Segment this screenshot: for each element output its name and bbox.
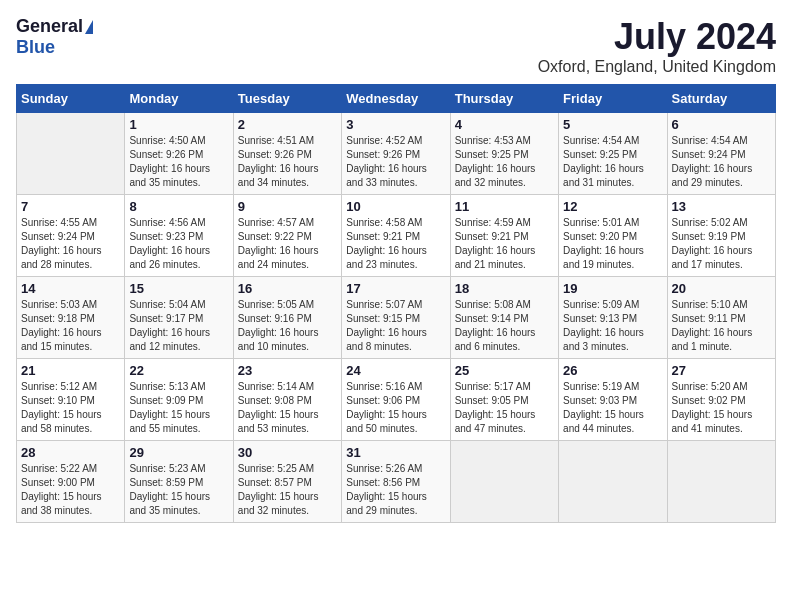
day-info: Sunrise: 4:57 AM Sunset: 9:22 PM Dayligh… bbox=[238, 216, 337, 272]
day-info: Sunrise: 5:14 AM Sunset: 9:08 PM Dayligh… bbox=[238, 380, 337, 436]
logo-blue-text: Blue bbox=[16, 37, 55, 58]
calendar-cell: 10Sunrise: 4:58 AM Sunset: 9:21 PM Dayli… bbox=[342, 195, 450, 277]
day-number: 29 bbox=[129, 445, 228, 460]
calendar-cell bbox=[559, 441, 667, 523]
column-header-tuesday: Tuesday bbox=[233, 85, 341, 113]
day-number: 4 bbox=[455, 117, 554, 132]
day-number: 31 bbox=[346, 445, 445, 460]
calendar-cell: 11Sunrise: 4:59 AM Sunset: 9:21 PM Dayli… bbox=[450, 195, 558, 277]
day-number: 22 bbox=[129, 363, 228, 378]
calendar-cell: 3Sunrise: 4:52 AM Sunset: 9:26 PM Daylig… bbox=[342, 113, 450, 195]
calendar-cell: 18Sunrise: 5:08 AM Sunset: 9:14 PM Dayli… bbox=[450, 277, 558, 359]
calendar-cell: 22Sunrise: 5:13 AM Sunset: 9:09 PM Dayli… bbox=[125, 359, 233, 441]
calendar-cell: 17Sunrise: 5:07 AM Sunset: 9:15 PM Dayli… bbox=[342, 277, 450, 359]
header: General Blue July 2024 Oxford, England, … bbox=[16, 16, 776, 76]
day-info: Sunrise: 4:59 AM Sunset: 9:21 PM Dayligh… bbox=[455, 216, 554, 272]
day-number: 12 bbox=[563, 199, 662, 214]
calendar-cell: 7Sunrise: 4:55 AM Sunset: 9:24 PM Daylig… bbox=[17, 195, 125, 277]
day-number: 3 bbox=[346, 117, 445, 132]
day-info: Sunrise: 4:50 AM Sunset: 9:26 PM Dayligh… bbox=[129, 134, 228, 190]
calendar-week-1: 1Sunrise: 4:50 AM Sunset: 9:26 PM Daylig… bbox=[17, 113, 776, 195]
day-number: 18 bbox=[455, 281, 554, 296]
day-info: Sunrise: 5:12 AM Sunset: 9:10 PM Dayligh… bbox=[21, 380, 120, 436]
column-header-thursday: Thursday bbox=[450, 85, 558, 113]
day-number: 30 bbox=[238, 445, 337, 460]
title-area: July 2024 Oxford, England, United Kingdo… bbox=[538, 16, 776, 76]
day-info: Sunrise: 5:26 AM Sunset: 8:56 PM Dayligh… bbox=[346, 462, 445, 518]
day-number: 2 bbox=[238, 117, 337, 132]
logo-general-text: General bbox=[16, 16, 83, 37]
day-number: 27 bbox=[672, 363, 771, 378]
month-year: July 2024 bbox=[538, 16, 776, 58]
day-info: Sunrise: 4:54 AM Sunset: 9:25 PM Dayligh… bbox=[563, 134, 662, 190]
calendar-cell: 6Sunrise: 4:54 AM Sunset: 9:24 PM Daylig… bbox=[667, 113, 775, 195]
day-number: 24 bbox=[346, 363, 445, 378]
column-header-wednesday: Wednesday bbox=[342, 85, 450, 113]
day-number: 13 bbox=[672, 199, 771, 214]
column-header-monday: Monday bbox=[125, 85, 233, 113]
day-number: 14 bbox=[21, 281, 120, 296]
calendar-table: SundayMondayTuesdayWednesdayThursdayFrid… bbox=[16, 84, 776, 523]
logo: General Blue bbox=[16, 16, 93, 58]
day-number: 7 bbox=[21, 199, 120, 214]
day-info: Sunrise: 5:19 AM Sunset: 9:03 PM Dayligh… bbox=[563, 380, 662, 436]
column-header-sunday: Sunday bbox=[17, 85, 125, 113]
day-info: Sunrise: 5:08 AM Sunset: 9:14 PM Dayligh… bbox=[455, 298, 554, 354]
day-info: Sunrise: 4:58 AM Sunset: 9:21 PM Dayligh… bbox=[346, 216, 445, 272]
calendar-week-2: 7Sunrise: 4:55 AM Sunset: 9:24 PM Daylig… bbox=[17, 195, 776, 277]
day-number: 5 bbox=[563, 117, 662, 132]
day-info: Sunrise: 5:07 AM Sunset: 9:15 PM Dayligh… bbox=[346, 298, 445, 354]
day-number: 11 bbox=[455, 199, 554, 214]
day-info: Sunrise: 5:01 AM Sunset: 9:20 PM Dayligh… bbox=[563, 216, 662, 272]
day-info: Sunrise: 5:20 AM Sunset: 9:02 PM Dayligh… bbox=[672, 380, 771, 436]
day-number: 19 bbox=[563, 281, 662, 296]
day-number: 15 bbox=[129, 281, 228, 296]
calendar-cell: 19Sunrise: 5:09 AM Sunset: 9:13 PM Dayli… bbox=[559, 277, 667, 359]
day-number: 17 bbox=[346, 281, 445, 296]
day-info: Sunrise: 4:54 AM Sunset: 9:24 PM Dayligh… bbox=[672, 134, 771, 190]
calendar-cell: 13Sunrise: 5:02 AM Sunset: 9:19 PM Dayli… bbox=[667, 195, 775, 277]
calendar-cell: 23Sunrise: 5:14 AM Sunset: 9:08 PM Dayli… bbox=[233, 359, 341, 441]
calendar-cell: 5Sunrise: 4:54 AM Sunset: 9:25 PM Daylig… bbox=[559, 113, 667, 195]
day-number: 26 bbox=[563, 363, 662, 378]
calendar-cell: 15Sunrise: 5:04 AM Sunset: 9:17 PM Dayli… bbox=[125, 277, 233, 359]
day-info: Sunrise: 4:52 AM Sunset: 9:26 PM Dayligh… bbox=[346, 134, 445, 190]
day-info: Sunrise: 5:16 AM Sunset: 9:06 PM Dayligh… bbox=[346, 380, 445, 436]
day-number: 28 bbox=[21, 445, 120, 460]
calendar-cell: 21Sunrise: 5:12 AM Sunset: 9:10 PM Dayli… bbox=[17, 359, 125, 441]
day-info: Sunrise: 5:05 AM Sunset: 9:16 PM Dayligh… bbox=[238, 298, 337, 354]
calendar-cell: 16Sunrise: 5:05 AM Sunset: 9:16 PM Dayli… bbox=[233, 277, 341, 359]
calendar-cell: 9Sunrise: 4:57 AM Sunset: 9:22 PM Daylig… bbox=[233, 195, 341, 277]
calendar-week-4: 21Sunrise: 5:12 AM Sunset: 9:10 PM Dayli… bbox=[17, 359, 776, 441]
location: Oxford, England, United Kingdom bbox=[538, 58, 776, 76]
calendar-cell: 2Sunrise: 4:51 AM Sunset: 9:26 PM Daylig… bbox=[233, 113, 341, 195]
day-number: 21 bbox=[21, 363, 120, 378]
column-header-saturday: Saturday bbox=[667, 85, 775, 113]
calendar-week-3: 14Sunrise: 5:03 AM Sunset: 9:18 PM Dayli… bbox=[17, 277, 776, 359]
calendar-cell bbox=[17, 113, 125, 195]
calendar-cell: 28Sunrise: 5:22 AM Sunset: 9:00 PM Dayli… bbox=[17, 441, 125, 523]
calendar-cell: 26Sunrise: 5:19 AM Sunset: 9:03 PM Dayli… bbox=[559, 359, 667, 441]
day-number: 16 bbox=[238, 281, 337, 296]
calendar-cell bbox=[667, 441, 775, 523]
calendar-cell: 25Sunrise: 5:17 AM Sunset: 9:05 PM Dayli… bbox=[450, 359, 558, 441]
day-info: Sunrise: 5:03 AM Sunset: 9:18 PM Dayligh… bbox=[21, 298, 120, 354]
day-info: Sunrise: 5:13 AM Sunset: 9:09 PM Dayligh… bbox=[129, 380, 228, 436]
day-info: Sunrise: 5:02 AM Sunset: 9:19 PM Dayligh… bbox=[672, 216, 771, 272]
calendar-cell: 14Sunrise: 5:03 AM Sunset: 9:18 PM Dayli… bbox=[17, 277, 125, 359]
day-number: 6 bbox=[672, 117, 771, 132]
calendar-cell: 1Sunrise: 4:50 AM Sunset: 9:26 PM Daylig… bbox=[125, 113, 233, 195]
calendar-header-row: SundayMondayTuesdayWednesdayThursdayFrid… bbox=[17, 85, 776, 113]
day-number: 8 bbox=[129, 199, 228, 214]
day-info: Sunrise: 5:10 AM Sunset: 9:11 PM Dayligh… bbox=[672, 298, 771, 354]
calendar-cell: 30Sunrise: 5:25 AM Sunset: 8:57 PM Dayli… bbox=[233, 441, 341, 523]
logo-arrow-icon bbox=[85, 20, 93, 34]
calendar-cell: 12Sunrise: 5:01 AM Sunset: 9:20 PM Dayli… bbox=[559, 195, 667, 277]
day-info: Sunrise: 5:23 AM Sunset: 8:59 PM Dayligh… bbox=[129, 462, 228, 518]
day-info: Sunrise: 4:55 AM Sunset: 9:24 PM Dayligh… bbox=[21, 216, 120, 272]
day-info: Sunrise: 5:17 AM Sunset: 9:05 PM Dayligh… bbox=[455, 380, 554, 436]
day-info: Sunrise: 5:09 AM Sunset: 9:13 PM Dayligh… bbox=[563, 298, 662, 354]
day-number: 10 bbox=[346, 199, 445, 214]
day-info: Sunrise: 5:22 AM Sunset: 9:00 PM Dayligh… bbox=[21, 462, 120, 518]
day-number: 25 bbox=[455, 363, 554, 378]
